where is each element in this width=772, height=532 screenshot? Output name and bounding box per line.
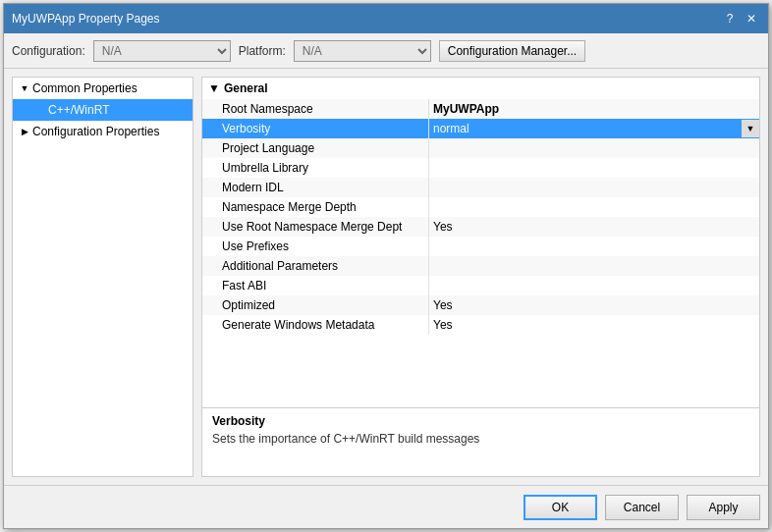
title-bar: MyUWPApp Property Pages ? ✕ <box>4 4 768 33</box>
prop-value <box>428 256 759 276</box>
description-panel: Verbosity Sets the importance of C++/Win… <box>202 407 759 476</box>
sidebar-item-label: Configuration Properties <box>32 125 159 138</box>
prop-name: Use Prefixes <box>202 237 428 256</box>
sidebar-item-config-properties[interactable]: ▶ Configuration Properties <box>13 121 193 142</box>
prop-value: Yes <box>428 315 759 335</box>
help-button[interactable]: ? <box>721 10 739 27</box>
section-collapse-icon: ▼ <box>208 81 220 95</box>
button-bar: OK Cancel Apply <box>4 485 768 528</box>
title-bar-controls: ? ✕ <box>721 10 760 27</box>
sidebar-item-cppwinrt[interactable]: C++/WinRT <box>13 99 193 121</box>
prop-name: Namespace Merge Depth <box>202 197 428 217</box>
prop-name: Umbrella Library <box>202 158 428 178</box>
table-row: Optimized Yes <box>202 295 759 315</box>
desc-title: Verbosity <box>212 414 749 428</box>
config-bar: Configuration: N/A Platform: N/A Configu… <box>4 33 768 69</box>
leaf-icon <box>32 102 48 118</box>
platform-select[interactable]: N/A <box>294 40 431 62</box>
prop-name: Additional Parameters <box>202 256 428 276</box>
section-header: ▼ General <box>202 78 759 99</box>
prop-value: Yes <box>428 295 759 315</box>
prop-value-cell: normal ▼ <box>428 119 759 138</box>
properties-table: ▼ General Root Namespace MyUWPApp Verbos… <box>202 78 759 407</box>
prop-value <box>428 178 759 197</box>
prop-value <box>428 276 759 295</box>
config-manager-button[interactable]: Configuration Manager... <box>439 40 585 62</box>
prop-value <box>428 158 759 178</box>
prop-value <box>428 138 759 158</box>
sidebar-tree: ▼ Common Properties C++/WinRT ▶ Configur… <box>12 77 193 477</box>
main-content: ▼ Common Properties C++/WinRT ▶ Configur… <box>4 69 768 485</box>
prop-value <box>428 237 759 256</box>
prop-value: MyUWPApp <box>428 99 759 119</box>
close-button[interactable]: ✕ <box>743 10 760 27</box>
expand-icon: ▶ <box>17 124 32 139</box>
sidebar-item-label: C++/WinRT <box>48 103 109 117</box>
table-row: Additional Parameters <box>202 256 759 276</box>
expand-icon: ▼ <box>17 80 32 96</box>
prop-value: Yes <box>428 217 759 237</box>
config-select[interactable]: N/A <box>93 40 231 62</box>
prop-name: Modern IDL <box>202 178 428 197</box>
sidebar-item-label: Common Properties <box>32 81 138 95</box>
dropdown-button[interactable]: ▼ <box>742 120 759 137</box>
desc-text: Sets the importance of C++/WinRT build m… <box>212 432 749 446</box>
prop-name: Root Namespace <box>202 99 428 119</box>
properties-panel: ▼ General Root Namespace MyUWPApp Verbos… <box>201 77 760 477</box>
prop-name: Optimized <box>202 295 428 315</box>
config-label: Configuration: <box>12 44 85 58</box>
prop-name: Generate Windows Metadata <box>202 315 428 335</box>
dialog-title: MyUWPApp Property Pages <box>12 12 160 26</box>
platform-label: Platform: <box>239 44 286 58</box>
apply-button[interactable]: Apply <box>687 495 760 520</box>
sidebar-item-common-properties[interactable]: ▼ Common Properties <box>13 78 193 99</box>
prop-name: Project Language <box>202 138 428 158</box>
section-title: General <box>224 81 268 95</box>
prop-value <box>428 197 759 217</box>
table-row: Root Namespace MyUWPApp <box>202 99 759 119</box>
property-pages-dialog: MyUWPApp Property Pages ? ✕ Configuratio… <box>3 3 769 529</box>
table-row: Project Language <box>202 138 759 158</box>
table-row: Generate Windows Metadata Yes <box>202 315 759 335</box>
table-row: Modern IDL <box>202 178 759 197</box>
table-row: Use Root Namespace Merge Dept Yes <box>202 217 759 237</box>
ok-button[interactable]: OK <box>524 495 597 520</box>
cancel-button[interactable]: Cancel <box>605 495 679 520</box>
prop-name: Use Root Namespace Merge Dept <box>202 217 428 237</box>
table-row: Fast ABI <box>202 276 759 295</box>
table-row: Namespace Merge Depth <box>202 197 759 217</box>
prop-name: Verbosity <box>202 119 428 138</box>
table-row[interactable]: Verbosity normal ▼ <box>202 119 759 138</box>
table-row: Use Prefixes <box>202 237 759 256</box>
prop-value-text: normal <box>429 120 742 137</box>
prop-name: Fast ABI <box>202 276 428 295</box>
table-row: Umbrella Library <box>202 158 759 178</box>
